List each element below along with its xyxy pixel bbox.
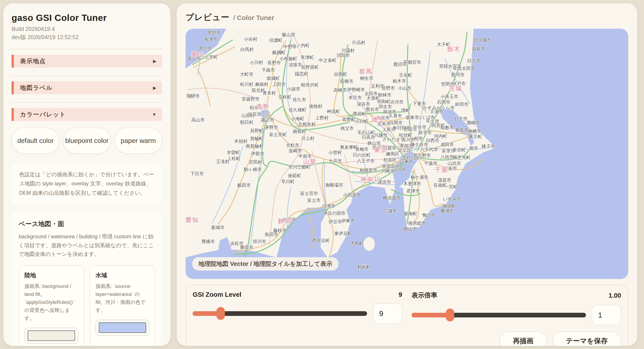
palette-preset-bluepoint[interactable]: bluepoint color bbox=[63, 128, 111, 154]
map-city-label: 辰野町 bbox=[250, 128, 264, 134]
map-city-label: 宮田村 bbox=[249, 159, 262, 165]
map-city-label: 大町市 bbox=[240, 71, 253, 77]
map-city-label: 栃木市 bbox=[393, 78, 406, 84]
map-pref-label: 富山 bbox=[191, 50, 205, 58]
map-city-label: 坂東市 bbox=[406, 114, 419, 120]
map-city-label: 南牧村 bbox=[293, 128, 306, 134]
slider-handle[interactable] bbox=[446, 308, 454, 322]
map-city-label: 新城市 bbox=[211, 224, 224, 230]
map-city-label: 上田市 bbox=[272, 81, 286, 87]
map-canvas[interactable]: 黒部市魚津市滑川市富山市上市町飯山市信濃町中野市飯綱町小布施町須坂市山ノ内町長野… bbox=[186, 29, 628, 279]
map-city-label: 館林市 bbox=[378, 92, 391, 98]
map-city-label: 青梅市 bbox=[355, 146, 368, 152]
map-city-label: 飯田市 bbox=[237, 182, 251, 188]
map-city-label: 須坂市 bbox=[289, 62, 302, 68]
map-city-label: 桐生市 bbox=[360, 75, 373, 81]
color-picker-land[interactable] bbox=[24, 328, 78, 344]
map-city-label: 本庄市 bbox=[348, 94, 362, 100]
scale-input[interactable] bbox=[592, 305, 621, 325]
map-city-label: 八王子市 bbox=[357, 158, 375, 164]
map-city-label: いすみ市 bbox=[443, 196, 461, 202]
map-city-label: 袖ケ浦市 bbox=[410, 174, 428, 180]
map-city-label: 佐野市 bbox=[382, 85, 395, 91]
map-city-label: 早川町 bbox=[281, 178, 294, 184]
section-color-palette[interactable]: カラーパレット ▼ bbox=[12, 108, 162, 121]
map-city-label: 木更津市 bbox=[403, 180, 421, 186]
map-city-label: 取手市 bbox=[418, 130, 432, 136]
map-city-label: 鋸南町 bbox=[404, 211, 417, 217]
section-label: カラーパレット bbox=[20, 110, 66, 118]
palette-preset-default[interactable]: default color bbox=[12, 128, 59, 154]
map-city-label: 千曲市 bbox=[262, 67, 275, 73]
map-city-label: 稲敷市 bbox=[440, 124, 454, 130]
section-display-location[interactable]: 表示地点 ▶ bbox=[12, 55, 162, 68]
map-city-label: 守谷市 bbox=[413, 124, 426, 130]
zoom-slider[interactable] bbox=[193, 307, 367, 320]
map-city-label: 身延町 bbox=[288, 172, 301, 178]
map-city-label: 高萩市 bbox=[472, 46, 485, 52]
color-picker-water[interactable] bbox=[96, 320, 149, 336]
map-city-label: 皆野町 bbox=[342, 116, 356, 122]
map-city-label: 長野原町 bbox=[301, 64, 319, 70]
color-cards-grid: 陸地 描画系: background / land fill。`applyGsi… bbox=[19, 265, 155, 346]
map-city-label: 山ノ内町 bbox=[292, 42, 310, 48]
map-city-label: 熊谷市 bbox=[366, 106, 379, 112]
map-pref-label: 長野 bbox=[256, 103, 270, 111]
map-city-label: 小菅村 bbox=[328, 150, 342, 156]
map-city-label: 上松町 bbox=[227, 156, 240, 162]
map-city-label: 神栖市 bbox=[468, 128, 481, 134]
map-city-label: 下呂市 bbox=[190, 170, 204, 176]
map-city-label: 片品村 bbox=[352, 39, 365, 45]
section-label: 表示地点 bbox=[20, 57, 46, 65]
map-city-label: 朝日村 bbox=[240, 119, 253, 125]
color-card-desc: 描画系: `source-layer=waterarea` の fill。河川・… bbox=[96, 282, 149, 314]
map-city-label: 富士見町 bbox=[269, 132, 287, 138]
map-city-label: 飯山市 bbox=[282, 32, 295, 38]
map-city-label: 佐久穂町 bbox=[289, 107, 306, 113]
map-city-label: 旭市 bbox=[469, 146, 478, 152]
palette-preset-paper-warm[interactable]: paper warm bbox=[114, 128, 162, 154]
preview-header: プレビュー / Color Tuner bbox=[186, 12, 628, 23]
map-city-label: 多古町 bbox=[452, 147, 466, 153]
slider-fill bbox=[412, 313, 450, 318]
scale-label: 表示倍率 bbox=[412, 291, 437, 300]
map-city-label: 松川村 bbox=[240, 81, 253, 87]
map-city-label: 小山市 bbox=[398, 85, 411, 91]
save-theme-button[interactable]: テーマを保存 bbox=[553, 332, 621, 346]
map-city-label: 柏市 bbox=[414, 136, 423, 142]
color-swatch bbox=[28, 330, 75, 341]
section-map-labels[interactable]: 地図ラベル ▶ bbox=[12, 81, 162, 94]
map-city-label: 前橋市 bbox=[340, 78, 353, 84]
map-city-label: 東伊豆町 bbox=[334, 230, 352, 236]
map-pref-label: 千葉 bbox=[435, 166, 448, 174]
app-title: gaso GSI Color Tuner bbox=[12, 13, 162, 23]
map-city-label: 練馬区 bbox=[386, 151, 399, 157]
map-pref-label: 神奈川 bbox=[361, 176, 381, 184]
map-city-label: 君津市 bbox=[406, 188, 420, 194]
map-city-label: 伊東市 bbox=[341, 218, 355, 224]
section-label: 地図ラベル bbox=[20, 84, 53, 92]
map-city-label: 相模原市 bbox=[360, 168, 377, 174]
map-city-label: 小美玉市 bbox=[440, 94, 458, 100]
map-city-label: 小谷村 bbox=[244, 36, 257, 42]
map-city-label: 木祖村 bbox=[234, 138, 248, 144]
map-city-label: 茅野市 bbox=[265, 124, 278, 130]
slider-handle[interactable] bbox=[216, 307, 225, 320]
map-city-label: 石岡市 bbox=[437, 99, 450, 105]
base-map-group-desc: background / waterarea / building / 県境 c… bbox=[19, 232, 155, 258]
map-city-label: 寄居町 bbox=[353, 111, 366, 117]
map-city-label: 小布施町 bbox=[279, 56, 297, 62]
map-city-label: 河内町 bbox=[434, 133, 447, 139]
zoom-input[interactable] bbox=[373, 303, 402, 324]
map-city-label: 島田市 bbox=[265, 232, 278, 238]
map-city-label: 横須賀市 bbox=[383, 195, 401, 201]
redraw-button[interactable]: 再描画 bbox=[500, 332, 547, 346]
map-city-label: 小川村 bbox=[250, 60, 263, 66]
map-city-label: 大月市 bbox=[328, 158, 342, 164]
map-city-label: 長野市 bbox=[267, 60, 281, 66]
zoom-label: GSI Zoom Level bbox=[193, 291, 241, 298]
scale-slider[interactable] bbox=[412, 308, 586, 322]
map-city-label: 壬生町 bbox=[399, 72, 412, 78]
map-city-label: 南箕輪村 bbox=[246, 143, 264, 149]
map-city-label: 川崎市 bbox=[381, 168, 394, 174]
